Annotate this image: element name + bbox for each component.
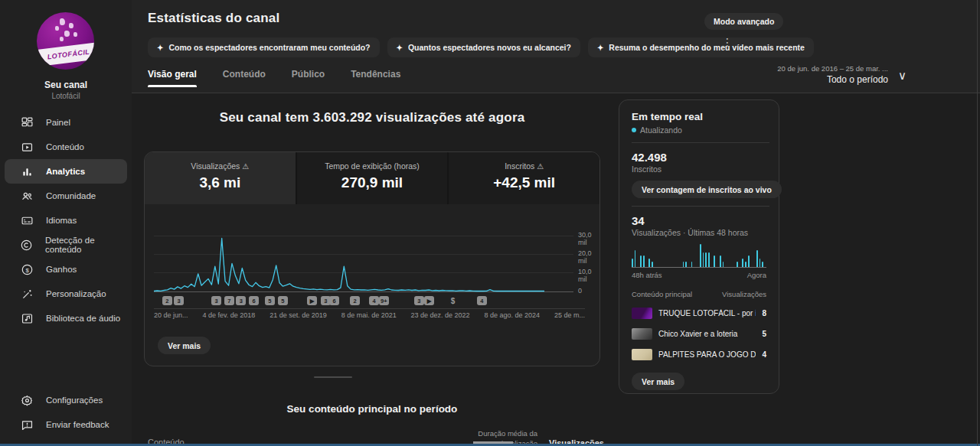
sidebar-item-label: Configurações	[46, 396, 103, 405]
sidebar-item-painel[interactable]: Painel	[5, 110, 127, 135]
event-marker[interactable]: 5	[278, 296, 288, 305]
svg-text:$: $	[25, 266, 29, 273]
event-marker[interactable]: 5	[265, 296, 275, 305]
metric-card-inscritos[interactable]: Inscritos⚠+42,5 mil	[449, 152, 599, 204]
avatar-ribbon: LOTOFÁCIL	[37, 41, 94, 67]
insight-chip-2[interactable]: ✦Quantos espectadores novos eu alcancei?	[387, 37, 580, 57]
realtime-subscribers-label: Inscritos	[632, 164, 766, 174]
realtime-video-list: TRUQUE LOTOFÁCIL - por iss...8Chico Xavi…	[632, 303, 766, 365]
realtime-bar	[632, 259, 633, 267]
sidebar-item-personaliza-o[interactable]: Personalização	[5, 282, 127, 306]
event-marker[interactable]: 6	[249, 296, 259, 305]
views-line-chart: 30,0 mil20,0 mil10,0 mil0 23373655▶36249…	[145, 206, 599, 322]
realtime-views-label: Visualizações · Últimas 48 horas	[632, 228, 766, 237]
chevron-down-icon[interactable]: ∨	[898, 69, 906, 83]
realtime-bar	[643, 256, 645, 267]
realtime-bar	[714, 256, 715, 267]
x-tick: 8 de mai. de 2021	[341, 311, 397, 319]
realtime-bar	[745, 262, 746, 268]
video-event-marker[interactable]: ▶	[307, 296, 317, 305]
sidebar-item-enviar-feedback[interactable]: Enviar feedback	[5, 412, 127, 437]
sidebar-item-label: Analytics	[46, 167, 85, 176]
customize-icon	[20, 287, 34, 301]
metric-card-tempo-de-exibi-o-horas-[interactable]: Tempo de exibição (horas)270,9 mil	[297, 152, 449, 204]
y-tick: 10,0 mil	[578, 268, 599, 283]
sidebar-item-idiomas[interactable]: Idiomas	[5, 208, 127, 233]
live-subscriber-count-button[interactable]: Ver contagem de inscritos ao vivo	[632, 181, 782, 198]
realtime-bar	[742, 259, 743, 267]
updating-label: Atualizando	[640, 125, 682, 135]
sparkle-icon: ✦	[157, 44, 163, 52]
video-title: TRUQUE LOTOFÁCIL - por iss...	[658, 309, 756, 317]
earnings-icon: $	[20, 262, 34, 276]
y-tick: 20,0 mil	[578, 249, 599, 265]
event-marker[interactable]: 3	[236, 296, 246, 305]
sidebar-item-detec-o-de-conte-do[interactable]: Detecção de conteúdo	[5, 233, 127, 257]
x-tick: 25 de m...	[554, 311, 585, 319]
metric-card-visualiza-es[interactable]: Visualizações⚠3,6 mi	[145, 152, 297, 204]
insight-chips: ✦Como os espectadores encontraram meu co…	[148, 37, 814, 57]
event-marker[interactable]: 9+	[379, 296, 389, 305]
top-content-label: Conteúdo principal	[632, 290, 692, 298]
sidebar-item-analytics[interactable]: Analytics	[5, 159, 127, 184]
analytics-icon	[20, 164, 34, 178]
realtime-bar	[760, 259, 761, 267]
x-tick: 20 de jun...	[154, 311, 188, 319]
chart-see-more-button[interactable]: Ver mais	[158, 337, 211, 354]
overview-chart-card: Visualizações⚠3,6 miTempo de exibição (h…	[144, 151, 600, 366]
analytics-tabs: Visão geralConteúdoPúblicoTendências	[148, 69, 400, 87]
dashboard-icon	[20, 116, 34, 129]
event-marker[interactable]: 2	[350, 296, 360, 305]
more-options-icon[interactable]: ⋮	[721, 40, 733, 44]
x-tick: 21 de set. de 2019	[270, 311, 327, 319]
event-marker[interactable]: 7	[224, 296, 234, 305]
views-line-series	[154, 221, 546, 295]
tab-p-blico[interactable]: Público	[292, 69, 325, 87]
date-picker[interactable]: 20 de jun. de 2016 – 25 de mar. ... Todo…	[777, 64, 888, 85]
realtime-bar	[683, 262, 684, 268]
realtime-bar	[708, 252, 710, 267]
date-range-text: 20 de jun. de 2016 – 25 de mar. ...	[777, 64, 888, 73]
event-marker[interactable]: 4	[477, 296, 487, 305]
sidebar-item-label: Detecção de conteúdo	[45, 236, 127, 254]
chip-label: Como os espectadores encontraram meu con…	[168, 43, 370, 52]
sidebar-item-comunidade[interactable]: Comunidade	[5, 184, 127, 208]
axis-left-label: 48h atrás	[632, 271, 662, 279]
event-marker[interactable]: 6	[329, 296, 339, 305]
channel-name: Seu canal	[0, 80, 132, 90]
realtime-bar	[640, 256, 642, 267]
sidebar-item-biblioteca-de-udio[interactable]: Biblioteca de áudio	[5, 306, 127, 330]
channel-avatar[interactable]: LOTOFÁCIL	[37, 12, 94, 70]
event-marker[interactable]: 2	[162, 296, 172, 305]
feedback-icon	[20, 418, 34, 431]
video-thumbnail	[632, 308, 652, 319]
insight-chip-1[interactable]: ✦Como os espectadores encontraram meu co…	[148, 37, 380, 57]
tab-tend-ncias[interactable]: Tendências	[351, 69, 400, 87]
event-marker[interactable]: 3	[414, 296, 424, 305]
page-header: Estatísticas do canal Modo avançado ✦Com…	[132, 0, 980, 93]
metric-value: 3,6 mi	[145, 174, 296, 191]
realtime-video-row[interactable]: TRUQUE LOTOFÁCIL - por iss...8	[632, 303, 766, 324]
event-marker[interactable]: 4	[369, 296, 379, 305]
advanced-mode-button[interactable]: Modo avançado	[704, 13, 783, 30]
realtime-video-row[interactable]: PALPITES PARA O JOGO DO ...4	[632, 344, 766, 365]
video-event-marker[interactable]: ▶	[424, 296, 434, 305]
realtime-bar	[762, 262, 763, 268]
sidebar-item-configura-es[interactable]: Configurações	[5, 388, 127, 412]
event-marker[interactable]: $	[448, 296, 458, 305]
realtime-see-more-button[interactable]: Ver mais	[632, 373, 684, 390]
tab-vis-o-geral[interactable]: Visão geral	[148, 69, 197, 87]
tab-conte-do[interactable]: Conteúdo	[223, 69, 266, 87]
insight-chip-3[interactable]: ✦Resuma o desempenho do meu vídeo mais r…	[588, 37, 814, 57]
event-marker[interactable]: 3	[174, 296, 184, 305]
axis-right-label: Agora	[747, 271, 766, 279]
realtime-video-row[interactable]: Chico Xavier e a loteria5	[632, 324, 766, 344]
channel-handle: Lotofácil	[0, 92, 132, 100]
event-marker[interactable]: 3	[211, 296, 221, 305]
sidebar-item-ganhos[interactable]: $Ganhos	[5, 257, 127, 282]
divider	[632, 206, 769, 207]
sidebar-item-conte-do[interactable]: Conteúdo	[5, 135, 127, 159]
realtime-bar	[756, 250, 758, 268]
sparkle-icon: ✦	[397, 44, 403, 52]
scrollbar[interactable]	[977, 0, 978, 446]
